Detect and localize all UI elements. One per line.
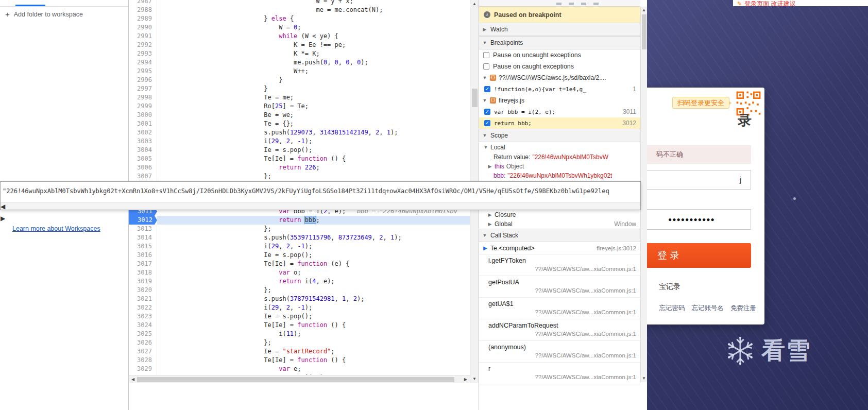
call-stack-frame[interactable]: getUA$1??/AWSC/AWSC/aw...xiaCommon.js:1 (479, 298, 640, 319)
breakpoint-file-group[interactable]: ▼{}fireyejs.js (479, 95, 640, 106)
code-text[interactable]: i(11); (157, 330, 470, 338)
line-number[interactable]: 2991 (129, 32, 157, 41)
line-number[interactable]: 3023 (129, 312, 157, 321)
code-text[interactable]: Te[Ie] = function () { (157, 356, 470, 365)
scroll-right-icon[interactable]: ▶ (464, 378, 467, 382)
line-number[interactable]: 3006 (129, 163, 157, 172)
code-text[interactable]: return i(4, e); (157, 277, 470, 286)
code-text[interactable]: s.push(378791542981, 1, 2); (157, 295, 470, 303)
line-number[interactable]: 3016 (129, 251, 157, 260)
scope-local[interactable]: ▼ Local (479, 142, 640, 152)
forgot-password-link[interactable]: 忘记密码 (659, 304, 685, 313)
breakpoint-checkbox[interactable]: ✓ (484, 109, 490, 115)
code-text[interactable]: } (157, 84, 470, 93)
scroll-down-icon[interactable]: ▼ (642, 377, 646, 381)
scroll-up-icon[interactable]: ▲ (472, 2, 476, 6)
breakpoint-checkbox[interactable]: ✓ (484, 86, 490, 92)
scroll-up-icon[interactable]: ▲ (642, 8, 646, 12)
line-number[interactable]: 2995 (129, 67, 157, 76)
line-number[interactable]: 2993 (129, 49, 157, 58)
editor-horizontal-scrollbar[interactable]: ◀ ▶ (129, 375, 470, 383)
line-number[interactable]: 2990 (129, 23, 157, 32)
breakpoint-entry[interactable]: ✓var bbb = i(2, e);3011 (479, 106, 640, 117)
line-number[interactable]: 3027 (129, 347, 157, 356)
code-text[interactable]: i(29, 2, -1); (157, 303, 470, 312)
pause-uncaught-exceptions-row[interactable]: Pause on uncaught exceptions (479, 49, 640, 61)
line-number[interactable]: 3003 (129, 137, 157, 146)
line-number[interactable]: 2999 (129, 102, 157, 111)
breakpoint-entry[interactable]: ✓return bbb;3012 (479, 117, 640, 129)
pause-caught-exceptions-row[interactable]: Pause on caught exceptions (479, 61, 640, 72)
learn-more-link[interactable]: Learn more about Workspaces (12, 225, 100, 232)
line-number[interactable]: 2987 (129, 0, 157, 6)
code-text[interactable]: W = y + x; (157, 0, 470, 6)
forgot-account-link[interactable]: 忘记账号名 (692, 304, 724, 313)
scroll-right-icon[interactable]: ▶ (1, 215, 5, 222)
code-text[interactable]: K = Ee !== pe; (157, 41, 470, 49)
section-scope[interactable]: ▼ Scope (479, 129, 640, 142)
code-text[interactable]: Te = me; (157, 93, 470, 102)
code-text[interactable]: Ie = s.pop(); (157, 312, 470, 321)
line-number[interactable]: 3026 (129, 338, 157, 347)
code-text[interactable]: W++; (157, 67, 470, 76)
line-number[interactable]: 3021 (129, 295, 157, 303)
code-text[interactable]: Te[Ie] = function (e) { (157, 260, 470, 268)
call-stack-frame[interactable]: (anonymous)??/AWSC/AWSC/aw...xiaCommon.j… (479, 341, 640, 363)
code-text[interactable]: me.push(0, 0, 0, 0); (157, 58, 470, 67)
call-stack-frame[interactable]: addNCParamToRequest??/AWSC/AWSC/aw...xia… (479, 319, 640, 341)
code-text[interactable]: }; (157, 338, 470, 347)
code-text[interactable]: s.push(129073, 3143815142149, 2, 1); (157, 128, 470, 137)
line-number[interactable]: 3000 (129, 111, 157, 119)
line-number[interactable]: 3024 (129, 321, 157, 330)
scrollbar-thumb[interactable] (1, 210, 57, 215)
password-input[interactable]: ●●●●●●●●●●● (647, 209, 751, 230)
line-number[interactable]: 3020 (129, 286, 157, 295)
breakpoint-file-group[interactable]: ▼{}??/AWSC/AWSC/awsc.js,/sd/baxia/2.... (479, 72, 640, 83)
code-text[interactable]: Ro[25] = Te; (157, 102, 470, 111)
code-text[interactable]: s.push(35397115796, 873723649, 2, 1); (157, 233, 470, 242)
code-text[interactable]: while (W < ye) { (157, 32, 470, 41)
login-middle-text[interactable]: 宝记录 (647, 282, 764, 292)
line-number[interactable]: 3028 (129, 356, 157, 365)
code-text[interactable]: } else { (157, 14, 470, 23)
login-button[interactable]: 登录 (647, 243, 751, 268)
popup-horizontal-scrollbar[interactable]: ◀ ▶ (1, 202, 640, 210)
call-stack-frame[interactable]: getPostUA??/AWSC/AWSC/aw...xiaCommon.js:… (479, 276, 640, 298)
line-number[interactable]: 3018 (129, 268, 157, 277)
scope-this[interactable]: ▶ this Object (479, 162, 640, 171)
code-text[interactable]: i(29, 2, -1); (157, 242, 470, 251)
line-number[interactable]: 3002 (129, 128, 157, 137)
line-number[interactable]: 2988 (129, 6, 157, 14)
line-number[interactable]: 2994 (129, 58, 157, 67)
checkbox-unchecked[interactable] (483, 52, 489, 58)
section-call-stack[interactable]: ▼ Call Stack (479, 229, 640, 242)
breakpoint-entry[interactable]: ✓!function(e,o){var t=1e4,g_1 (479, 83, 640, 95)
code-text[interactable]: K *= K; (157, 49, 470, 58)
section-breakpoints[interactable]: ▼ Breakpoints (479, 36, 640, 49)
line-number[interactable]: 3025 (129, 330, 157, 338)
section-watch[interactable]: ▶ Watch (479, 23, 640, 36)
code-text[interactable]: Be = we; (157, 111, 470, 119)
code-text[interactable]: Te[Ie] = function () { (157, 155, 470, 163)
line-number[interactable]: 3005 (129, 155, 157, 163)
code-text[interactable]: var e; (157, 365, 470, 373)
line-number[interactable]: 3001 (129, 119, 157, 128)
line-number[interactable]: 3013 (129, 225, 157, 233)
line-number[interactable]: 3017 (129, 260, 157, 268)
line-number[interactable]: 3022 (129, 303, 157, 312)
code-text[interactable]: }; (157, 172, 470, 181)
code-text[interactable]: W = 0; (157, 23, 470, 32)
code-text[interactable]: Te = {}; (157, 119, 470, 128)
line-number[interactable]: 3004 (129, 146, 157, 155)
line-number[interactable]: 2998 (129, 93, 157, 102)
code-text[interactable]: Ie = s.pop(); (157, 251, 470, 260)
code-text[interactable]: } (157, 76, 470, 84)
code-text[interactable]: me = me.concat(N); (157, 6, 470, 14)
line-number[interactable]: 3014 (129, 233, 157, 242)
call-stack-frame-active[interactable]: ▶Te.<computed>fireyejs.js:3012 (479, 242, 640, 254)
scroll-left-icon[interactable]: ◀ (1, 203, 5, 210)
scrollbar-thumb[interactable] (137, 377, 454, 382)
code-text[interactable]: Ie = "startRecord"; (157, 347, 470, 356)
call-stack-frame[interactable]: r??/AWSC/AWSC/aw...xiaCommon.js:1 (479, 363, 640, 384)
code-text[interactable]: var o; (157, 268, 470, 277)
